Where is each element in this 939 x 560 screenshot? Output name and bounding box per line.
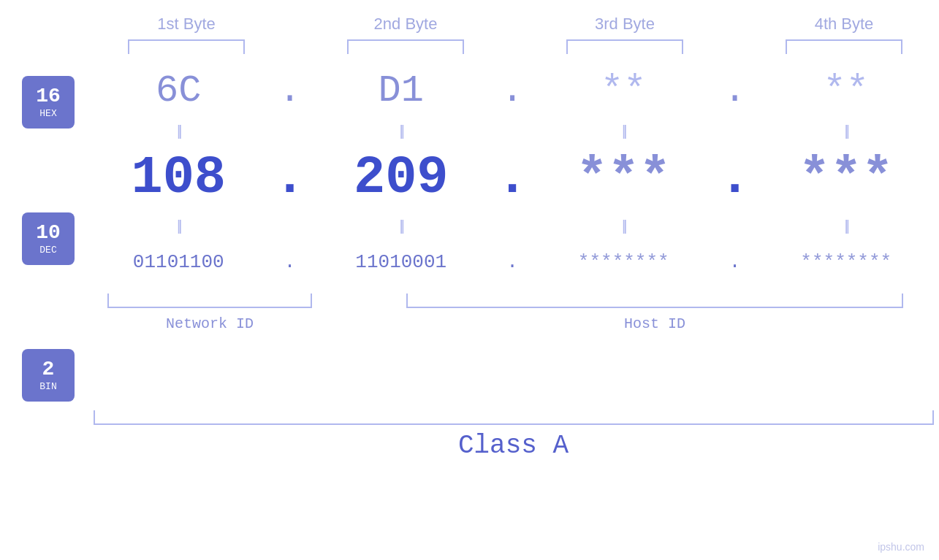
hex-dot2: . [494, 69, 531, 112]
eq1-b3: || [531, 123, 717, 139]
network-id-label: Network ID [166, 315, 254, 332]
host-bracket [406, 294, 903, 308]
eq1-b4: || [753, 123, 940, 139]
eq2-b3: || [531, 218, 717, 234]
hex-dot1: . [272, 69, 308, 112]
eq1-b2: || [308, 123, 495, 139]
bin-dot1: . [272, 251, 308, 273]
bin-badge: 2 BIN [22, 349, 75, 402]
bracket-byte2 [347, 39, 464, 54]
dec-byte1: 108 [85, 148, 272, 208]
network-bracket [107, 294, 312, 308]
hex-byte1: 6C [85, 69, 272, 112]
hex-badge: 16 HEX [22, 76, 75, 129]
hex-byte3: ** [531, 69, 717, 112]
byte3-header: 3rd Byte [533, 15, 716, 34]
host-id-label: Host ID [624, 315, 685, 332]
eq2-b2: || [308, 218, 495, 234]
byte4-header: 4th Byte [753, 15, 935, 34]
dec-badge: 10 DEC [22, 212, 75, 265]
byte1-header: 1st Byte [95, 15, 278, 34]
bracket-byte3 [566, 39, 683, 54]
eq2-b4: || [753, 218, 940, 234]
bracket-byte1 [128, 39, 245, 54]
dec-byte3: *** [531, 148, 717, 208]
bracket-byte4 [786, 39, 902, 54]
watermark: ipshu.com [878, 541, 924, 553]
dec-dot2: . [494, 148, 531, 208]
dec-dot3: . [717, 148, 753, 208]
main-container: 1st Byte 2nd Byte 3rd Byte 4th Byte 16 H… [0, 0, 939, 560]
byte2-header: 2nd Byte [314, 15, 497, 34]
dec-byte2: 209 [308, 148, 495, 208]
bin-byte3: ******** [531, 251, 717, 273]
class-label: Class A [458, 431, 569, 461]
dec-byte4: *** [753, 148, 940, 208]
hex-dot3: . [717, 69, 753, 112]
bin-byte4: ******** [753, 251, 940, 273]
bin-dot3: . [717, 251, 753, 273]
bin-byte1: 01101100 [85, 251, 272, 273]
bin-byte2: 11010001 [308, 251, 495, 273]
eq1-b1: || [85, 123, 272, 139]
class-bracket [94, 410, 934, 425]
hex-byte4: ** [753, 69, 940, 112]
bin-dot2: . [494, 251, 531, 273]
hex-byte2: D1 [308, 69, 495, 112]
dec-dot1: . [272, 148, 308, 208]
eq2-b1: || [85, 218, 272, 234]
